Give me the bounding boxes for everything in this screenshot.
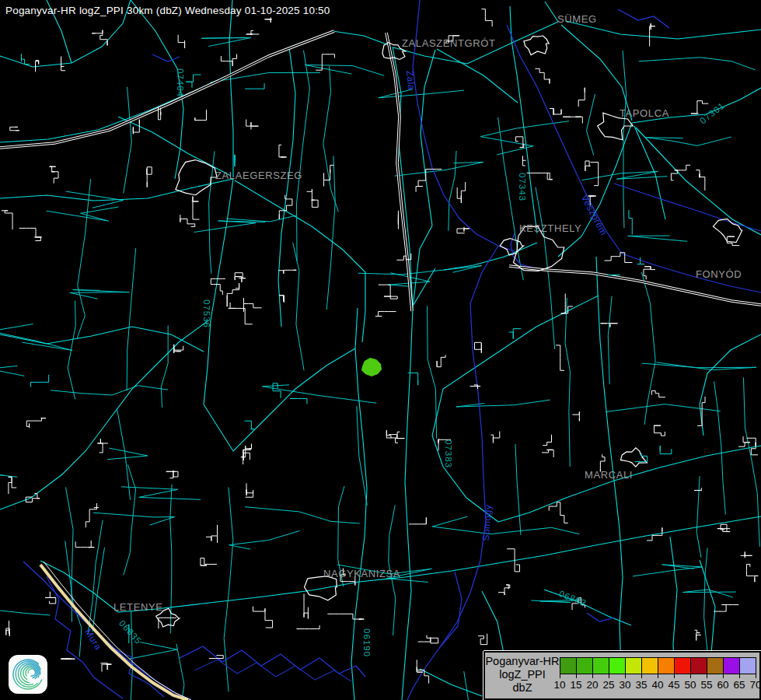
radar-viewer: Poganyvar-HR logZ_PPI 30km (dbZ) Wednesd… — [0, 0, 761, 700]
dbz-tick — [560, 674, 560, 678]
dbz-color-cell — [625, 657, 642, 674]
dbz-tick — [739, 674, 740, 678]
dbz-tick-label: 70 — [745, 679, 761, 691]
road-number-label: 07404 — [176, 68, 185, 97]
city-label: KESZTHELY — [519, 222, 581, 234]
city-label: ZALASZENTGRÓT — [402, 37, 495, 49]
city-label: NAGYKANIZSA — [323, 568, 400, 579]
dbz-color-cell — [560, 657, 577, 674]
dbz-tick — [723, 674, 724, 678]
dbz-tick — [658, 674, 658, 678]
met-spiral-logo — [8, 653, 48, 695]
dbz-tick — [674, 674, 675, 678]
dbz-tick — [576, 674, 577, 678]
radar-map-canvas — [0, 0, 761, 700]
radar-title: Poganyvar-HR logZ_PPI 30km (dbZ) Wednesd… — [5, 5, 330, 16]
dbz-color-cell — [707, 657, 724, 674]
city-label: MARCALI — [585, 469, 633, 481]
road-number-label: 07383 — [444, 439, 453, 468]
dbz-tick — [756, 674, 756, 678]
dbz-color-cell — [609, 657, 626, 674]
city-label: ZALAEGERSZEG — [215, 170, 302, 181]
area-name-label: Zala — [404, 70, 417, 90]
spiral-icon — [8, 653, 48, 695]
dbz-color-cell — [690, 657, 707, 674]
dbz-color-cell — [641, 657, 658, 674]
dbz-tick — [609, 674, 609, 678]
dbz-color-cell — [576, 657, 593, 674]
city-label: SÜMEG — [557, 13, 597, 25]
dbz-tick — [707, 674, 707, 678]
city-label: LETENYE — [113, 601, 162, 613]
dbz-tick — [592, 674, 593, 678]
dbz-tick — [690, 674, 691, 678]
dbz-tick — [641, 674, 642, 678]
road-number-label: 06190 — [362, 628, 372, 657]
dbz-color-cell — [592, 657, 609, 674]
road-number-label: 07536 — [202, 299, 211, 328]
dbz-color-cell — [723, 657, 740, 674]
dbz-color-cell — [674, 657, 691, 674]
dbz-colorbar — [560, 657, 756, 674]
dbz-tick — [625, 674, 626, 678]
city-label: TAPOLCA — [620, 107, 669, 119]
dbz-color-cell — [658, 657, 675, 674]
dbz-color-cell — [739, 657, 756, 674]
legend-panel: Poganyvar-HR logZ_PPI dbZ 10152025303540… — [483, 651, 761, 700]
road-number-label: 07343 — [518, 173, 527, 201]
city-label: FONYÓD — [696, 268, 742, 280]
legend-line-1: Poganyvar-HR — [485, 655, 560, 668]
radar-echo — [361, 358, 382, 376]
